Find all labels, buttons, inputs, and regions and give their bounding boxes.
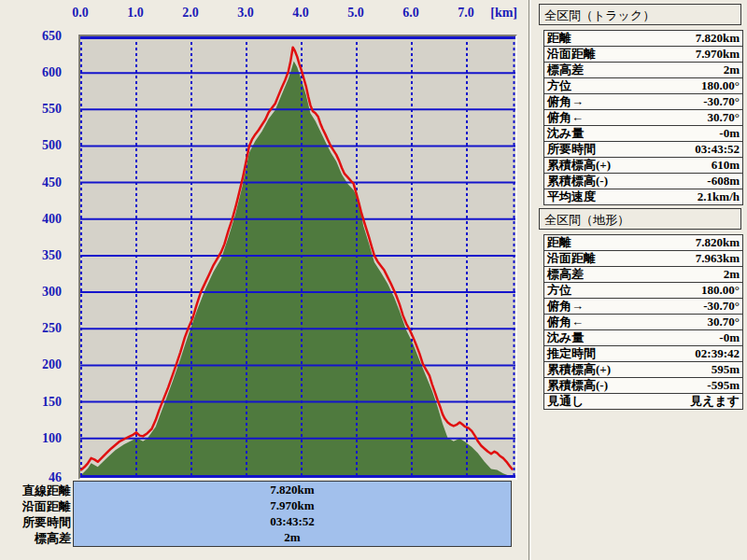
- stat-value: -0m: [719, 126, 740, 141]
- stat-value: 7.970km: [696, 47, 740, 62]
- y-tick-label: 500: [0, 138, 62, 153]
- x-tick-label: 6.0: [390, 6, 431, 22]
- stat-label: 沿面距離: [547, 251, 596, 266]
- y-tick-label: 250: [0, 321, 62, 336]
- stat-value: 180.00°: [701, 78, 740, 93]
- table-row: 沿面距離7.970km: [544, 47, 742, 63]
- stat-label: 標高差: [547, 267, 584, 282]
- x-tick-label: 2.0: [170, 6, 211, 22]
- terrain-area: [81, 62, 512, 478]
- y-tick-label: 350: [0, 248, 62, 263]
- y-tick-label: 100: [0, 431, 62, 446]
- stat-value: 03:43:52: [695, 142, 740, 157]
- x-tick-label: 0.0: [60, 6, 101, 22]
- cursor-info-label: 沿面距離: [0, 498, 71, 514]
- stat-label: 所要時間: [547, 142, 596, 157]
- table-row: 俯角→-30.70°: [544, 299, 742, 315]
- stat-label: 沿面距離: [547, 47, 596, 62]
- stat-label: 沈み量: [547, 330, 584, 345]
- elevation-profile-window: 0.01.02.03.04.05.06.07.0 [km] 6506005505…: [0, 0, 747, 560]
- stat-value: 595m: [712, 362, 740, 377]
- stat-label: 方位: [547, 78, 571, 93]
- table-row: 平均速度2.1km/h: [544, 189, 742, 204]
- elevation-profile-plot[interactable]: [78, 35, 517, 480]
- stat-value: -595m: [707, 378, 740, 393]
- stat-value: 2.1km/h: [698, 189, 740, 204]
- y-tick-label: 550: [0, 102, 62, 117]
- stat-value: 30.70°: [708, 110, 740, 125]
- stat-label: 俯角→: [547, 94, 584, 109]
- stat-label: 俯角←: [547, 315, 584, 329]
- table-row: 見通し見えます: [544, 394, 742, 409]
- table-row: 所要時間03:43:52: [544, 142, 742, 158]
- table-row: 俯角→-30.70°: [544, 94, 742, 110]
- cursor-info-box: 7.820km7.970km03:43:522m: [73, 481, 512, 547]
- stat-value: -608m: [707, 174, 740, 189]
- table-row: 沈み量-0m: [544, 330, 742, 346]
- table-row: 累積標高(-)-608m: [544, 174, 742, 189]
- stat-label: 俯角→: [547, 299, 584, 314]
- stat-value: 2m: [724, 267, 740, 282]
- x-tick-label: 4.0: [280, 6, 321, 22]
- table-row: 距離7.820km: [544, 31, 742, 47]
- stat-value: 02:39:42: [695, 346, 740, 361]
- table-row: 標高差2m: [544, 267, 742, 283]
- y-tick-label: 600: [0, 65, 62, 80]
- table-row: 標高差2m: [544, 63, 742, 78]
- x-tick-label: 3.0: [225, 6, 266, 22]
- y-tick-label: 650: [0, 29, 62, 44]
- stat-label: 平均速度: [547, 189, 596, 204]
- stat-label: 累積標高(-): [547, 378, 608, 393]
- x-axis-unit-label: [km]: [476, 6, 517, 22]
- stat-label: 距離: [547, 31, 571, 46]
- cursor-info-value: 7.820km: [74, 482, 511, 497]
- stat-value: 7.820km: [696, 31, 740, 46]
- table-row: 方位180.00°: [544, 78, 742, 94]
- table-row: 俯角←30.70°: [544, 315, 742, 330]
- stat-value: 180.00°: [701, 283, 740, 298]
- stat-value: 610m: [712, 158, 740, 173]
- y-tick-label: 300: [0, 285, 62, 300]
- stat-label: 累積標高(+): [547, 158, 611, 173]
- table-row: 距離7.820km: [544, 235, 742, 251]
- table-row: 累積標高(-)-595m: [544, 378, 742, 394]
- elevation-profile-svg: [80, 36, 515, 478]
- cursor-info-value: 2m: [74, 529, 511, 545]
- x-tick-label: 5.0: [335, 6, 376, 22]
- stat-label: 累積標高(-): [547, 174, 608, 189]
- table-row: 累積標高(+)595m: [544, 362, 742, 378]
- stats-table-terrain: 距離7.820km沿面距離7.963km標高差2m方位180.00°俯角→-30…: [543, 234, 743, 410]
- table-row: 沈み量-0m: [544, 126, 742, 142]
- stat-value: -30.70°: [703, 299, 740, 314]
- cursor-info-label: 標高差: [0, 530, 71, 546]
- stat-value: 7.963km: [696, 251, 740, 266]
- y-tick-label: 200: [0, 357, 62, 372]
- table-row: 沿面距離7.963km: [544, 251, 742, 267]
- stats-table-track: 距離7.820km沿面距離7.970km標高差2m方位180.00°俯角→-30…: [543, 30, 743, 205]
- stat-value: -30.70°: [703, 94, 740, 109]
- stat-label: 累積標高(+): [547, 362, 611, 377]
- section-header-track: 全区間（トラック）: [539, 4, 741, 25]
- y-tick-label: 150: [0, 395, 62, 410]
- cursor-info-value: 7.970km: [74, 497, 511, 513]
- cursor-info-label: 直線距離: [0, 483, 71, 498]
- stats-panel: 全区間（トラック） 距離7.820km沿面距離7.970km標高差2m方位180…: [531, 0, 747, 560]
- stat-label: 沈み量: [547, 126, 584, 141]
- stat-label: 見通し: [547, 394, 584, 409]
- y-tick-label: 400: [0, 212, 62, 227]
- stat-value: 見えます: [690, 394, 740, 409]
- section-header-terrain: 全区間（地形）: [539, 208, 741, 230]
- table-row: 俯角←30.70°: [544, 110, 742, 126]
- cursor-info-label: 所要時間: [0, 514, 71, 530]
- stat-value: 2m: [724, 63, 740, 77]
- cursor-info-value: 03:43:52: [74, 513, 511, 529]
- stat-label: 方位: [547, 283, 571, 298]
- table-row: 推定時間02:39:42: [544, 346, 742, 362]
- y-tick-label: 450: [0, 175, 62, 190]
- stat-label: 俯角←: [547, 110, 584, 125]
- stat-label: 標高差: [547, 63, 584, 77]
- table-row: 累積標高(+)610m: [544, 158, 742, 174]
- table-row: 方位180.00°: [544, 283, 742, 299]
- stat-label: 推定時間: [547, 346, 596, 361]
- stat-label: 距離: [547, 235, 571, 250]
